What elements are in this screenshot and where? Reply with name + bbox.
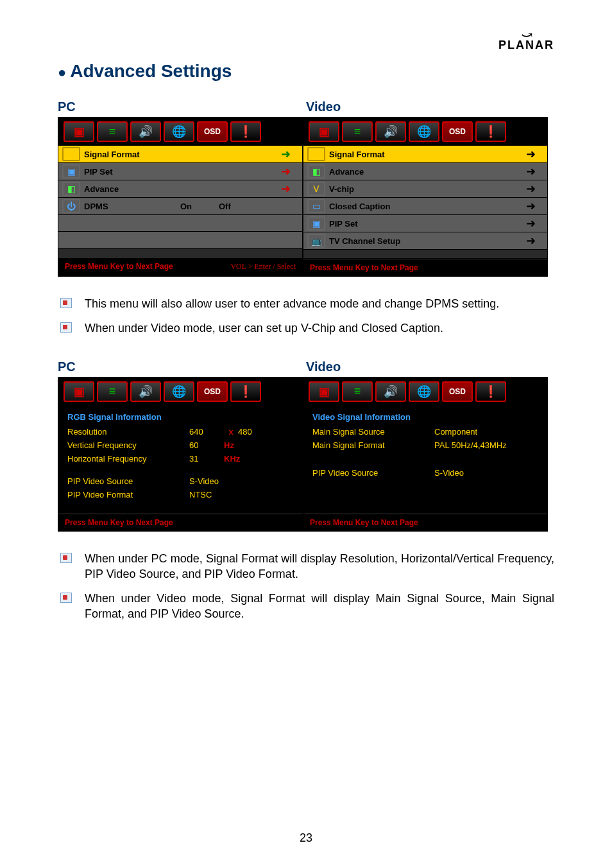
info-unit: Hz [224, 440, 234, 450]
speaker-icon: 🔊 [384, 125, 398, 139]
info-val: 31 [189, 454, 220, 464]
arrow-right-icon: ➜ [281, 182, 291, 196]
tab-osd[interactable]: OSD [197, 121, 228, 142]
arrow-right-icon: ➜ [526, 182, 536, 196]
info-resolution: Resolution 640 x 480 [67, 427, 293, 437]
info-key: PIP Video Source [67, 476, 189, 486]
row-val-off: Off [219, 202, 257, 211]
dpms-icon: ⏻ [62, 199, 80, 213]
tab-osd[interactable]: OSD [197, 381, 228, 402]
bullet-icon [60, 298, 72, 308]
row-val-on: On [180, 202, 219, 211]
osd-footer: Press Menu Key to Next Page [303, 259, 547, 276]
info-title: RGB Signal Information [67, 412, 293, 422]
row-label: Advance [329, 167, 425, 177]
tab-audio[interactable]: 🔊 [130, 121, 161, 142]
tab-osd[interactable]: OSD [442, 381, 473, 402]
tab-audio[interactable]: 🔊 [130, 381, 161, 402]
exclaim-icon: ❗ [239, 385, 253, 399]
row-tv-channel[interactable]: 📺 TV Channel Setup ➜ [303, 232, 547, 250]
picture-icon: ▣ [74, 125, 85, 139]
row-closed-caption[interactable]: ▭ Closed Caption ➜ [303, 198, 547, 215]
info-key: PIP Video Format [67, 490, 189, 499]
tab-language[interactable]: 🌐 [409, 381, 439, 402]
tab-settings[interactable]: ≡ [342, 121, 373, 142]
speaker-icon: 🔊 [384, 385, 398, 399]
tab-advanced[interactable]: ❗ [475, 121, 506, 142]
osd-footer: Press Menu Key to Next Page VOL > Enter … [58, 257, 302, 275]
row-vchip[interactable]: V V-chip ➜ [303, 180, 547, 198]
osd-info-video: ▣ ≡ 🔊 🌐 OSD ❗ Video Signal Information M… [303, 377, 548, 532]
info-key: Main Signal Format [312, 440, 434, 450]
tab-settings[interactable]: ≡ [97, 381, 128, 402]
bullet-icon [60, 322, 72, 333]
pip-icon: ▣ [307, 216, 325, 230]
row-empty [58, 232, 302, 248]
tab-advanced[interactable]: ❗ [475, 381, 506, 402]
info-val: NTSC [189, 490, 212, 499]
osd-panel-video: ▣ ≡ 🔊 🌐 OSD ❗ ◆ Signal Format ➜ ◧ Advanc… [303, 117, 548, 277]
osd-tabs: ▣ ≡ 🔊 🌐 OSD ❗ [303, 378, 547, 406]
sliders-icon: ≡ [109, 385, 116, 398]
bullet-icon [60, 553, 72, 563]
row-spacer [58, 248, 302, 257]
tab-advanced[interactable]: ❗ [230, 121, 261, 142]
info-vfreq: Vertical Frequency 60 Hz [67, 440, 293, 450]
globe-icon: 🌐 [417, 125, 431, 139]
info-pip-src: PIP Video Source S-Video [67, 476, 293, 486]
info-key: Horizontal Frequency [67, 454, 189, 464]
osd-label-text: OSD [449, 127, 466, 136]
arrow-right-icon: ➜ [526, 199, 536, 213]
row-signal-format[interactable]: ◆ Signal Format ➜ [303, 146, 547, 163]
osd-info-pc: ▣ ≡ 🔊 🌐 OSD ❗ RGB Signal Information Res… [58, 377, 303, 532]
info-main-fmt: Main Signal Format PAL 50Hz/4,43MHz [312, 440, 538, 450]
logo-swoosh-icon: ⤻ [498, 32, 554, 39]
picture-icon: ▣ [74, 385, 85, 399]
row-pip-set[interactable]: ▣ PIP Set ➜ [303, 215, 547, 232]
tv-icon: 📺 [307, 234, 325, 248]
row-pip-set[interactable]: ▣ PIP Set ➜ [58, 163, 302, 180]
tab-language[interactable]: 🌐 [164, 121, 194, 142]
picture-icon: ▣ [319, 385, 330, 399]
tab-picture[interactable]: ▣ [309, 121, 339, 142]
label-pc: PC [58, 360, 306, 374]
brand-logo: ⤻ PLANAR [498, 32, 554, 52]
sliders-icon: ≡ [109, 125, 116, 139]
speaker-icon: 🔊 [139, 125, 153, 139]
arrow-right-icon: ➜ [526, 164, 536, 178]
tab-settings[interactable]: ≡ [342, 381, 373, 402]
row-spacer [303, 250, 547, 259]
tab-audio[interactable]: 🔊 [375, 121, 406, 142]
globe-icon: 🌐 [417, 385, 431, 399]
arrow-right-icon: ➜ [526, 234, 536, 248]
bullet-item: This menu will also allow user to enter … [58, 296, 554, 311]
row-advance[interactable]: ◧ Advance ➜ [58, 180, 302, 198]
logo-text: PLANAR [498, 39, 554, 52]
tab-language[interactable]: 🌐 [409, 121, 439, 142]
bullet-item: When under Video mode, user can set up V… [58, 320, 554, 336]
tab-language[interactable]: 🌐 [164, 381, 194, 402]
row-advance[interactable]: ◧ Advance ➜ [303, 163, 547, 180]
tab-osd[interactable]: OSD [442, 121, 473, 142]
info-unit: KHz [224, 454, 240, 464]
tab-picture[interactable]: ▣ [309, 381, 339, 402]
page-number: 23 [0, 831, 612, 845]
tab-picture[interactable]: ▣ [64, 121, 94, 142]
info-pip-fmt: PIP Video Format NTSC [67, 490, 293, 499]
info-key: Main Signal Source [312, 427, 434, 437]
info-pip-src: PIP Video Source S-Video [312, 468, 538, 478]
page-title: ●Advanced Settings [58, 61, 554, 82]
info-val: Component [434, 427, 477, 437]
label-video: Video [306, 100, 554, 114]
label-video: Video [306, 360, 554, 374]
bullet-item: When under Video mode, Signal Format wil… [58, 591, 554, 622]
tab-picture[interactable]: ▣ [64, 381, 94, 402]
osd-tabs: ▣ ≡ 🔊 🌐 OSD ❗ [303, 117, 547, 146]
bullet-text: When under PC mode, Signal Format will d… [85, 551, 554, 582]
tab-advanced[interactable]: ❗ [230, 381, 261, 402]
row-signal-format[interactable]: ◆ Signal Format ➜ [58, 146, 302, 163]
tab-settings[interactable]: ≡ [97, 121, 128, 142]
page-title-text: Advanced Settings [70, 61, 232, 81]
row-dpms[interactable]: ⏻ DPMS On Off [58, 198, 302, 215]
tab-audio[interactable]: 🔊 [375, 381, 406, 402]
